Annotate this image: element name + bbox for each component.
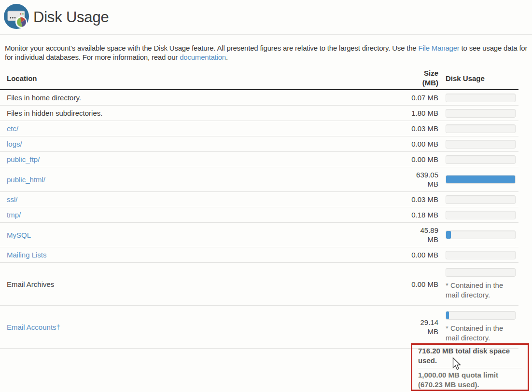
- disk-usage-cell: [442, 192, 518, 207]
- table-row: public_ftp/0.00 MB: [0, 152, 518, 167]
- table-row: Mailing Lists0.00 MB: [0, 247, 518, 263]
- disk-usage-cell: [442, 247, 518, 263]
- size-value: 0.00 MB: [410, 263, 442, 306]
- disk-usage-bar: [446, 195, 516, 204]
- size-value: 639.05 MB: [410, 167, 442, 192]
- documentation-link[interactable]: documentation: [180, 53, 226, 61]
- size-value: 0.03 MB: [410, 192, 442, 207]
- disk-usage-rows: Files in home directory.0.07 MBFiles in …: [0, 90, 518, 349]
- intro-line-1: Monitor your account's available space w…: [5, 44, 532, 53]
- location-cell: public_html/: [0, 167, 410, 192]
- location-label: Files in hidden subdirectories.: [7, 109, 102, 117]
- disk-usage-cell: * Contained in the mail directory.: [442, 306, 518, 349]
- location-cell: MySQL: [0, 223, 410, 247]
- disk-usage-bar: [446, 140, 516, 149]
- location-cell: ssl/: [0, 192, 410, 207]
- disk-usage-page: Disk Usage Monitor your account's availa…: [0, 0, 532, 392]
- disk-usage-bar: [446, 311, 516, 320]
- disk-usage-cell: [442, 167, 518, 192]
- disk-usage-cell: [442, 90, 518, 106]
- contained-in-mail-note: * Contained in the mail directory.: [446, 324, 508, 343]
- disk-usage-cell: [442, 106, 518, 121]
- disk-usage-bar-fill: [446, 311, 449, 319]
- size-value: 0.00 MB: [410, 152, 442, 167]
- disk-usage-cell: * Contained in the mail directory.: [442, 263, 518, 306]
- intro-text-segment: to see usage data for: [460, 44, 528, 52]
- location-link[interactable]: etc/: [7, 124, 18, 133]
- location-cell: Files in home directory.: [0, 90, 410, 106]
- file-manager-link[interactable]: File Manager: [418, 44, 459, 52]
- table-row: Email Accounts†29.14 MB* Contained in th…: [0, 306, 518, 349]
- disk-usage-cell: [442, 207, 518, 223]
- location-link[interactable]: MySQL: [7, 231, 31, 239]
- size-value: 29.14 MB: [410, 306, 442, 349]
- column-header-disk-usage: Disk Usage: [442, 67, 518, 90]
- location-link[interactable]: Mailing Lists: [7, 251, 47, 259]
- size-value: 0.00 MB: [410, 247, 442, 263]
- table-header-row: Location Size (MB) Disk Usage: [0, 67, 518, 90]
- location-cell: tmp/: [0, 207, 410, 223]
- disk-usage-bar: [446, 155, 516, 164]
- disk-usage-bar-fill: [446, 176, 515, 183]
- disk-usage-cell: [442, 152, 518, 167]
- disk-usage-bar: [446, 268, 516, 277]
- location-cell: Mailing Lists: [0, 247, 410, 263]
- contained-in-mail-note: * Contained in the mail directory.: [446, 281, 508, 300]
- table-row: Files in home directory.0.07 MB: [0, 90, 518, 106]
- disk-usage-bar: [446, 124, 516, 133]
- size-value: 0.07 MB: [410, 90, 442, 106]
- disk-usage-cell: [442, 121, 518, 136]
- intro-text-segment: for individual databases. For more infor…: [5, 53, 180, 61]
- table-row: etc/0.03 MB: [0, 121, 518, 136]
- location-label: Email Archives: [7, 280, 54, 288]
- disk-usage-bar: [446, 109, 516, 118]
- disk-usage-bar: [446, 94, 516, 102]
- location-cell: Files in hidden subdirectories.: [0, 106, 410, 121]
- quota-summary-box: 716.20 MB total disk space used. 1,000.0…: [411, 343, 529, 391]
- location-link[interactable]: public_html/: [7, 176, 45, 184]
- footer-empty-cell: [0, 349, 410, 392]
- column-header-size: Size (MB): [410, 67, 442, 90]
- column-header-location: Location: [0, 67, 410, 90]
- disk-usage-bar: [446, 251, 516, 259]
- size-value: 0.03 MB: [410, 121, 442, 136]
- table-row: Files in hidden subdirectories.1.80 MB: [0, 106, 518, 121]
- disk-usage-cell: [442, 136, 518, 152]
- size-value: 0.00 MB: [410, 136, 442, 152]
- location-cell: etc/: [0, 121, 410, 136]
- size-value: 45.89 MB: [410, 223, 442, 247]
- location-label: Files in home directory.: [7, 94, 81, 102]
- size-value: 0.18 MB: [410, 207, 442, 223]
- table-row: tmp/0.18 MB: [0, 207, 518, 223]
- total-disk-space-used: 716.20 MB total disk space used.: [418, 346, 522, 365]
- mouse-cursor: [452, 357, 462, 373]
- location-link[interactable]: logs/: [7, 140, 22, 148]
- intro-text: Monitor your account's available space w…: [5, 44, 532, 62]
- location-cell: Email Accounts†: [0, 306, 410, 349]
- page-header: Disk Usage: [0, 0, 532, 35]
- table-row: ssl/0.03 MB: [0, 192, 518, 207]
- disk-usage-bar: [446, 175, 516, 184]
- disk-usage-cell: [442, 223, 518, 247]
- disk-usage-bar-fill: [446, 231, 451, 239]
- table-row: public_html/639.05 MB: [0, 167, 518, 192]
- disk-usage-icon: [4, 4, 29, 30]
- location-link[interactable]: Email Accounts†: [7, 323, 60, 331]
- location-link[interactable]: public_ftp/: [7, 155, 40, 163]
- intro-text-segment: Monitor your account's available space w…: [5, 44, 418, 52]
- quota-divider: [418, 368, 522, 368]
- disk-usage-bar: [446, 230, 516, 239]
- quota-limit: 1,000.00 MB quota limit (670.23 MB used)…: [418, 370, 522, 390]
- location-link[interactable]: ssl/: [7, 195, 18, 203]
- disk-usage-bar: [446, 211, 516, 219]
- table-row: MySQL45.89 MB: [0, 223, 518, 247]
- size-value: 1.80 MB: [410, 106, 442, 121]
- location-cell: logs/: [0, 136, 410, 152]
- location-link[interactable]: tmp/: [7, 211, 21, 219]
- page-title: Disk Usage: [33, 9, 109, 26]
- location-cell: Email Archives: [0, 263, 410, 306]
- table-row: logs/0.00 MB: [0, 136, 518, 152]
- table-row: Email Archives0.00 MB* Contained in the …: [0, 263, 518, 306]
- intro-text-segment: .: [226, 53, 228, 61]
- intro-line-2: for individual databases. For more infor…: [5, 53, 532, 62]
